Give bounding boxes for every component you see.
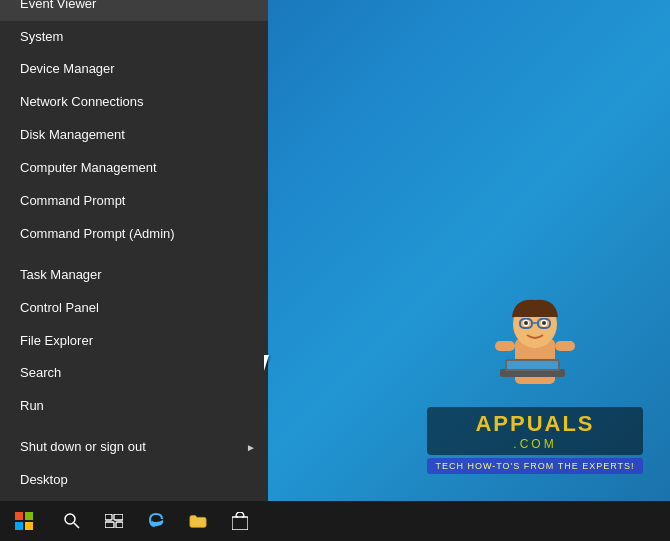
menu-item-shut-down[interactable]: Shut down or sign out ► xyxy=(0,431,268,464)
menu-item-desktop[interactable]: Desktop xyxy=(0,464,268,497)
menu-item-command-prompt-admin-label: Command Prompt (Admin) xyxy=(20,226,175,243)
menu-item-device-manager[interactable]: Device Manager xyxy=(0,53,268,86)
edge-icon[interactable] xyxy=(136,501,176,541)
menu-item-system-label: System xyxy=(20,29,63,46)
svg-rect-14 xyxy=(15,512,23,520)
svg-rect-16 xyxy=(15,522,23,530)
svg-rect-9 xyxy=(495,341,515,351)
appuals-tagline: TECH HOW-TO'S FROM THE EXPERTS! xyxy=(427,458,642,474)
svg-point-26 xyxy=(242,516,244,518)
search-taskbar-icon[interactable] xyxy=(52,501,92,541)
menu-item-disk-management[interactable]: Disk Management xyxy=(0,119,268,152)
menu-item-run[interactable]: Run xyxy=(0,390,268,423)
menu-item-search-label: Search xyxy=(20,365,61,382)
task-view-icon[interactable] xyxy=(94,501,134,541)
menu-item-disk-management-label: Disk Management xyxy=(20,127,125,144)
svg-rect-10 xyxy=(555,341,575,351)
svg-point-8 xyxy=(542,321,546,325)
menu-item-event-viewer[interactable]: Event Viewer xyxy=(0,0,268,21)
svg-rect-20 xyxy=(105,514,112,520)
appuals-text-box: APPUALS .COM xyxy=(427,407,642,455)
svg-point-7 xyxy=(524,321,528,325)
start-button[interactable] xyxy=(0,501,48,541)
appuals-brand-text: APPUALS xyxy=(437,411,632,437)
svg-point-18 xyxy=(65,514,75,524)
menu-item-network-connections[interactable]: Network Connections xyxy=(0,86,268,119)
menu-item-command-prompt[interactable]: Command Prompt xyxy=(0,185,268,218)
menu-item-file-explorer[interactable]: File Explorer xyxy=(0,325,268,358)
menu-item-command-prompt-admin[interactable]: Command Prompt (Admin) xyxy=(0,218,268,251)
menu-item-system[interactable]: System xyxy=(0,21,268,54)
menu-item-file-explorer-label: File Explorer xyxy=(20,333,93,350)
svg-line-19 xyxy=(74,523,79,528)
file-explorer-taskbar-icon[interactable] xyxy=(178,501,218,541)
appuals-watermark: APPUALS .COM TECH HOW-TO'S FROM THE EXPE… xyxy=(410,281,660,481)
menu-item-event-viewer-label: Event Viewer xyxy=(20,0,96,13)
windows-logo-icon xyxy=(15,512,33,530)
menu-item-computer-management[interactable]: Computer Management xyxy=(0,152,268,185)
menu-item-run-label: Run xyxy=(20,398,44,415)
svg-rect-23 xyxy=(116,522,123,528)
store-icon[interactable] xyxy=(220,501,260,541)
menu-item-task-manager[interactable]: Task Manager xyxy=(0,259,268,292)
menu-item-control-panel-label: Control Panel xyxy=(20,300,99,317)
appuals-character-svg xyxy=(490,289,580,399)
taskbar xyxy=(0,501,670,541)
taskbar-icons xyxy=(48,501,260,541)
submenu-arrow-icon: ► xyxy=(246,441,256,454)
svg-rect-22 xyxy=(105,522,114,528)
appuals-com-text: .COM xyxy=(437,437,632,451)
svg-rect-17 xyxy=(25,522,33,530)
menu-item-command-prompt-label: Command Prompt xyxy=(20,193,125,210)
menu-item-task-manager-label: Task Manager xyxy=(20,267,102,284)
menu-item-device-manager-label: Device Manager xyxy=(20,61,115,78)
svg-rect-13 xyxy=(507,361,558,369)
svg-rect-15 xyxy=(25,512,33,520)
context-menu: Power Options Event Viewer System Device… xyxy=(0,0,268,501)
menu-item-control-panel[interactable]: Control Panel xyxy=(0,292,268,325)
svg-rect-24 xyxy=(232,517,248,530)
svg-point-25 xyxy=(236,516,238,518)
menu-item-shut-down-label: Shut down or sign out xyxy=(20,439,146,456)
menu-item-desktop-label: Desktop xyxy=(20,472,68,489)
menu-item-search[interactable]: Search xyxy=(0,357,268,390)
svg-rect-21 xyxy=(114,514,123,520)
menu-item-network-connections-label: Network Connections xyxy=(20,94,144,111)
menu-item-computer-management-label: Computer Management xyxy=(20,160,157,177)
